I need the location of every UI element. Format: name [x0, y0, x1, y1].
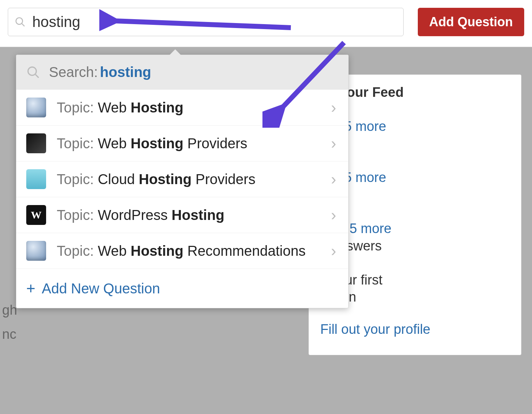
feed-suggestion[interactable]: low 5 more: [320, 117, 510, 136]
globe-icon: [26, 98, 46, 117]
add-new-question-label: Add New Question: [42, 281, 160, 297]
topic-label: Topic: Web Hosting: [57, 100, 329, 116]
background-left-text: gh nc: [0, 298, 17, 347]
topic-suggestion[interactable]: Topic: Web Hosting ›: [16, 89, 348, 125]
search-suggestions-dropdown: Search: hosting Topic: Web Hosting › Top…: [16, 55, 349, 308]
fill-out-profile-link[interactable]: Fill out your profile: [320, 322, 510, 337]
wordpress-icon: W: [26, 205, 46, 225]
search-prefix-label: Search:: [49, 64, 98, 80]
server-icon: [26, 133, 46, 153]
feed-suggestion[interactable]: k your first: [320, 271, 510, 289]
svg-line-3: [35, 74, 39, 77]
search-input[interactable]: [32, 13, 397, 31]
svg-point-0: [16, 18, 23, 24]
search-term: hosting: [100, 64, 151, 80]
feed-suggestion-tail: aces: [320, 136, 510, 151]
add-question-button[interactable]: Add Question: [418, 8, 524, 36]
svg-point-2: [28, 67, 36, 75]
cloud-icon: [26, 169, 46, 189]
feed-suggestion-tail: ics: [320, 187, 510, 202]
feed-suggestion-tail: estion: [320, 289, 510, 305]
plus-icon: +: [26, 280, 35, 297]
topic-label: Topic: WordPress Hosting: [57, 207, 329, 223]
feed-suggestion-tail: d answers: [320, 238, 510, 254]
improve-feed-title: ve Your Feed: [320, 85, 510, 100]
search-icon: [15, 16, 26, 28]
topic-suggestion[interactable]: Topic: Web Hosting Providers ›: [16, 125, 348, 161]
chevron-right-icon: ›: [329, 99, 338, 116]
chevron-right-icon: ›: [329, 170, 338, 188]
topic-suggestion[interactable]: Topic: Cloud Hosting Providers ›: [16, 161, 348, 197]
chevron-right-icon: ›: [329, 242, 338, 260]
chevron-right-icon: ›: [329, 206, 338, 224]
search-suggestion-header[interactable]: Search: hosting: [16, 55, 348, 89]
chevron-right-icon: ›: [329, 134, 338, 152]
globe-icon: [26, 241, 46, 261]
search-box[interactable]: [8, 8, 404, 36]
add-new-question-link[interactable]: + Add New Question: [16, 269, 348, 308]
topic-suggestion[interactable]: W Topic: WordPress Hosting ›: [16, 197, 348, 233]
topic-label: Topic: Cloud Hosting Providers: [57, 171, 329, 187]
topic-label: Topic: Web Hosting Providers: [57, 136, 329, 151]
top-bar: Add Question: [0, 0, 532, 48]
feed-suggestion[interactable]: low 5 more: [320, 168, 510, 187]
topic-suggestion[interactable]: Topic: Web Hosting Recommendations ›: [16, 233, 348, 269]
search-icon: [26, 65, 40, 79]
feed-suggestion[interactable]: vote 5 more: [320, 219, 510, 238]
topic-label: Topic: Web Hosting Recommendations: [57, 243, 329, 259]
svg-line-1: [22, 24, 24, 26]
